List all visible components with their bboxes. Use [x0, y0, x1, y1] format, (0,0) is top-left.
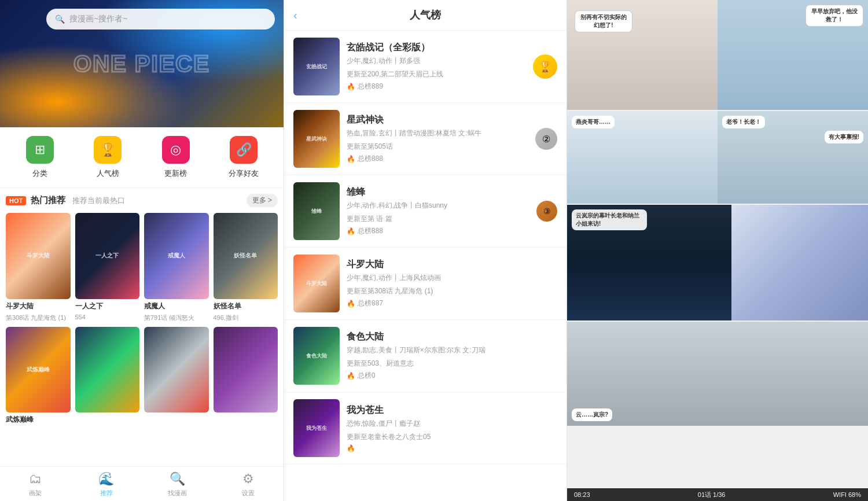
manga-grid: 斗罗大陆 斗罗大陆 第308话 九星海危 (1) 一人之下 一人之下 554 戒…: [6, 213, 278, 427]
table-row[interactable]: 我为苍生 我为苍生 恐怖,惊险,僵尸丨瘾子赵 更新至老童长卷之八贪士05 🔥: [284, 392, 567, 465]
comic-panel: 云岚宗的幕叶长老和纳兰小姐来访!: [567, 205, 731, 321]
comic-cell: 别再有不切实际的幻想了!: [567, 0, 718, 110]
search-icon: 🔍: [55, 14, 65, 24]
nav-classify[interactable]: ⊞ 分类: [17, 136, 63, 179]
shelf-icon: 🗂: [29, 471, 42, 487]
nav-find[interactable]: 🔍 找漫画: [142, 467, 213, 501]
comic-row: 燕炎哥哥…… 老爷！长老！ 有大事禀报!: [567, 111, 868, 204]
rank-tags: 恐怖,惊险,僵尸丨瘾子赵: [347, 419, 550, 429]
rank-name: 我为苍生: [347, 404, 550, 417]
list-item[interactable]: 戒魔人 戒魔人 第791话 倾泻怒火: [144, 213, 209, 322]
shelf-label: 画架: [29, 489, 42, 498]
settings-icon: ⚙: [242, 471, 254, 487]
search-bar[interactable]: 🔍 搜漫画~搜作者~: [46, 9, 275, 30]
rank-thumbnail: 我为苍生: [293, 399, 340, 457]
list-item[interactable]: 一人之下 一人之下 554: [75, 213, 140, 322]
rank-info: 星武神诀 热血,冒险,玄幻丨踏雪动漫图:林夏培 文:蜗牛 更新至第505话 🔥总…: [347, 114, 528, 164]
gold-medal: 🏆: [533, 54, 557, 79]
rank-medal: 🏆: [533, 54, 557, 79]
nav-recommend[interactable]: 🌊 推荐: [71, 467, 142, 501]
comic-viewer[interactable]: 别再有不切实际的幻想了! 早早放弃吧，他没救了！ 燕炎哥哥……: [567, 0, 868, 488]
right-panel: 别再有不切实际的幻想了! 早早放弃吧，他没救了！ 燕炎哥哥……: [567, 0, 868, 501]
manga-thumbnail: 斗罗大陆: [6, 213, 71, 299]
more-button[interactable]: 更多 >: [247, 194, 278, 207]
rank-thumbnail: 食色大陆: [293, 327, 340, 385]
rank-name: 食色大陆: [347, 331, 550, 343]
manga-name: 戒魔人: [144, 301, 209, 311]
manga-name: 斗罗大陆: [6, 301, 71, 311]
rank-total: 🔥总榜889: [347, 82, 526, 91]
nav-popular[interactable]: 🏆 人气榜: [84, 136, 131, 179]
back-button[interactable]: ‹: [293, 9, 297, 22]
table-row[interactable]: 食色大陆 食色大陆 穿越,励志,美食丨刀瑞斯×尔东图:尔东 文:刀瑞 更新至50…: [284, 320, 567, 392]
rank-update: 更新至503、厨道意志: [347, 359, 550, 369]
fire-icon: 🔥: [347, 83, 355, 91]
rank-name: 玄皓战记（全彩版）: [347, 42, 526, 54]
comic-panel: [731, 205, 868, 321]
nav-settings[interactable]: ⚙ 设置: [213, 467, 284, 501]
rank-total: 🔥总榜887: [347, 299, 550, 308]
rank-name: 星武神诀: [347, 114, 528, 126]
rank-update: 更新至第505话: [347, 142, 528, 152]
comic-cell: 云岚宗的幕叶长老和纳兰小姐来访!: [567, 205, 731, 321]
comic-panel: 云……岚宗?: [567, 322, 868, 426]
recommend-label: 推荐: [100, 489, 113, 498]
ranking-list: 玄皓战记 玄皓战记（全彩版） 少年,魔幻,动作丨郑多强 更新至200,第二部望天…: [284, 31, 567, 501]
manga-thumbnail: 一人之下: [75, 213, 140, 299]
list-item[interactable]: 斗罗大陆 斗罗大陆 第308话 九星海危 (1): [6, 213, 71, 322]
comic-panel: 早早放弃吧，他没救了！: [718, 0, 868, 110]
comic-cell: 云……岚宗?: [567, 322, 868, 426]
update-icon: ◎: [162, 136, 190, 164]
rank-info: 斗罗大陆 少年,魔幻,动作丨上海风炫动画 更新至第308话 九星海危 (1) 🔥…: [347, 259, 550, 308]
nav-share[interactable]: 🔗 分享好友: [220, 136, 267, 179]
rank-update: 更新至第308话 九星海危 (1): [347, 286, 550, 296]
comic-row: 云……岚宗?: [567, 322, 868, 426]
left-panel: ONE PIECE 🔍 搜漫画~搜作者~ ⊞ 分类 🏆 人气榜 ◎ 更新榜 🔗 …: [0, 0, 284, 501]
manga-sub: 第791话 倾泻怒火: [144, 314, 209, 322]
list-item[interactable]: [75, 327, 140, 428]
speech-bubble: 早早放弃吧，他没救了！: [806, 5, 863, 27]
manga-thumbnail: [214, 327, 278, 413]
popular-label: 人气榜: [97, 168, 119, 179]
hot-header: HOT 热门推荐 推荐当前最热口 更多 >: [6, 194, 278, 207]
speech-bubble: 云……岚宗?: [572, 408, 612, 421]
rank-name: 雏蜂: [347, 186, 529, 198]
nav-update[interactable]: ◎ 更新榜: [153, 136, 199, 179]
table-row[interactable]: 玄皓战记 玄皓战记（全彩版） 少年,魔幻,动作丨郑多强 更新至200,第二部望天…: [284, 31, 567, 103]
hot-title: 热门推荐: [31, 195, 65, 206]
rank-name: 斗罗大陆: [347, 259, 550, 271]
comic-panel: 别再有不切实际的幻想了!: [567, 0, 718, 110]
popular-icon: 🏆: [94, 136, 122, 164]
fire-icon: 🔥: [347, 227, 355, 235]
manga-thumbnail: [75, 327, 140, 413]
list-item[interactable]: 武炼巅峰 武炼巅峰: [6, 327, 71, 428]
manga-thumbnail: 妖怪名单: [214, 213, 278, 299]
table-row[interactable]: 雏蜂 雏蜂 少年,动作,科幻,战争丨白猫sunny 更新至第 语 篇 🔥总榜88…: [284, 175, 567, 248]
banner: ONE PIECE 🔍 搜漫画~搜作者~: [0, 0, 284, 127]
table-row[interactable]: 斗罗大陆 斗罗大陆 少年,魔幻,动作丨上海风炫动画 更新至第308话 九星海危 …: [284, 248, 567, 320]
table-row[interactable]: 星武神诀 星武神诀 热血,冒险,玄幻丨踏雪动漫图:林夏培 文:蜗牛 更新至第50…: [284, 103, 567, 175]
list-item[interactable]: [214, 327, 278, 428]
rank-tags: 少年,魔幻,动作丨上海风炫动画: [347, 273, 550, 283]
middle-panel: ‹ 人气榜 玄皓战记 玄皓战记（全彩版） 少年,魔幻,动作丨郑多强 更新至200…: [284, 0, 567, 501]
status-chapter: 01话 1/36: [698, 491, 726, 499]
ranking-header: ‹ 人气榜: [284, 0, 567, 31]
nav-shelf[interactable]: 🗂 画架: [0, 467, 71, 501]
rank-thumbnail: 斗罗大陆: [293, 255, 340, 312]
rank-thumbnail: 雏蜂: [293, 182, 340, 240]
recommend-icon: 🌊: [98, 471, 114, 487]
bottom-nav: 🗂 画架 🌊 推荐 🔍 找漫画 ⚙ 设置: [0, 466, 284, 501]
rank-update: 更新至第 语 篇: [347, 214, 529, 224]
rank-tags: 穿越,励志,美食丨刀瑞斯×尔东图:尔东 文:刀瑞: [347, 345, 550, 355]
manga-sub: 496,撒剑: [214, 314, 278, 322]
rank-tags: 热血,冒险,玄幻丨踏雪动漫图:林夏培 文:蜗牛: [347, 128, 528, 138]
manga-thumbnail: [144, 327, 209, 413]
list-item[interactable]: [144, 327, 209, 428]
status-wifi: WIFI 68%: [833, 491, 861, 498]
comic-row: 云岚宗的幕叶长老和纳兰小姐来访!: [567, 205, 868, 321]
list-item[interactable]: 妖怪名单 妖怪名单 496,撒剑: [214, 213, 278, 322]
status-time: 08:23: [574, 491, 590, 498]
fire-icon: 🔥: [347, 155, 355, 163]
manga-thumbnail: 戒魔人: [144, 213, 209, 299]
manga-name: 一人之下: [75, 301, 140, 311]
